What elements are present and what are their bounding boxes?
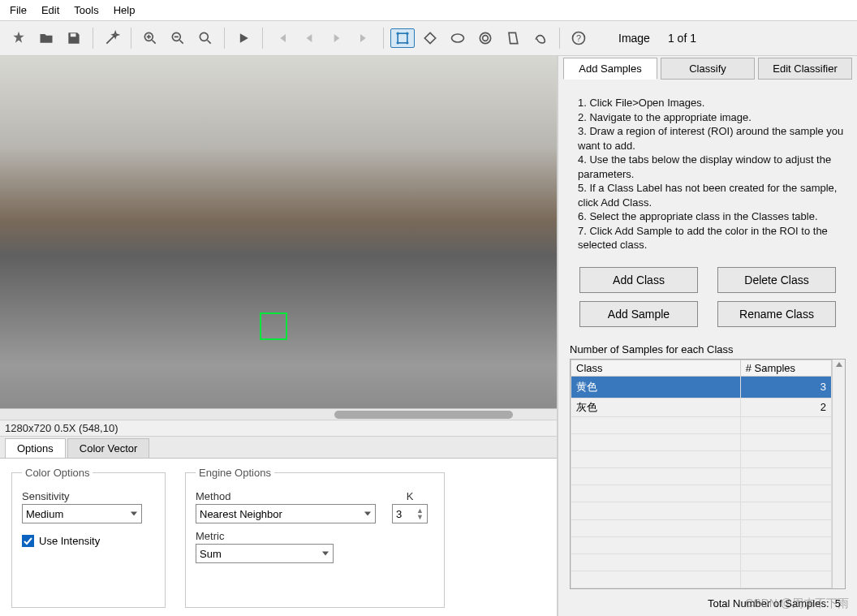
- prev-icon[interactable]: [297, 26, 321, 50]
- first-icon[interactable]: [269, 26, 294, 50]
- svg-point-9: [480, 32, 490, 43]
- roi-rotated-rect-icon[interactable]: [418, 26, 442, 50]
- menu-tools[interactable]: Tools: [67, 2, 105, 18]
- sensitivity-label: Sensitivity: [22, 490, 155, 502]
- col-samples[interactable]: # Samples: [740, 360, 831, 377]
- tab-add-samples[interactable]: Add Samples: [563, 58, 657, 80]
- roi-rectangle-icon[interactable]: [390, 28, 415, 48]
- menu-file[interactable]: File: [3, 2, 33, 18]
- image-viewer[interactable]: [0, 56, 557, 420]
- toolbar: ? Image 1 of 1: [0, 21, 857, 56]
- next-icon[interactable]: [325, 26, 349, 50]
- table-scrollbar[interactable]: [832, 360, 845, 588]
- tab-options[interactable]: Options: [5, 438, 66, 458]
- open-icon[interactable]: [34, 26, 58, 50]
- roi-annulus-icon[interactable]: [473, 26, 497, 50]
- use-intensity-label: Use Intensity: [39, 535, 100, 547]
- roi-rectangle[interactable]: [260, 312, 287, 340]
- image-content: [0, 56, 557, 420]
- delete-class-button[interactable]: Delete Class: [717, 267, 836, 293]
- tab-classify[interactable]: Classify: [661, 58, 755, 80]
- svg-rect-3: [398, 33, 407, 43]
- tab-edit-classifier[interactable]: Edit Classifier: [758, 58, 852, 80]
- col-class[interactable]: Class: [571, 360, 741, 377]
- new-icon[interactable]: [6, 26, 31, 50]
- total-samples: Total Number of Samples: 5: [563, 589, 852, 611]
- table-row[interactable]: [571, 519, 832, 536]
- svg-point-5: [406, 32, 408, 35]
- svg-point-2: [200, 32, 208, 41]
- roi-polygon-icon[interactable]: [501, 26, 525, 50]
- metric-label: Metric: [196, 530, 434, 542]
- menu-help[interactable]: Help: [107, 2, 142, 18]
- add-sample-button[interactable]: Add Sample: [579, 301, 698, 327]
- wand-icon[interactable]: [100, 26, 124, 50]
- table-row[interactable]: [571, 434, 832, 451]
- method-label: Method: [196, 490, 376, 502]
- roi-oval-icon[interactable]: [446, 26, 470, 50]
- method-select[interactable]: [196, 504, 376, 523]
- engine-options-legend: Engine Options: [196, 467, 274, 479]
- save-icon[interactable]: [62, 26, 86, 50]
- classes-table[interactable]: Class # Samples 黄色3灰色2: [571, 360, 832, 588]
- rename-class-button[interactable]: Rename Class: [717, 301, 836, 327]
- table-row[interactable]: [571, 502, 832, 519]
- table-row[interactable]: [571, 416, 832, 433]
- zoom-in-icon[interactable]: [138, 26, 162, 50]
- use-intensity-checkbox[interactable]: Use Intensity: [22, 535, 100, 547]
- color-options-group: Color Options Sensitivity Use Intensity: [11, 467, 166, 608]
- table-row[interactable]: [571, 536, 832, 554]
- svg-point-7: [406, 41, 408, 44]
- color-options-legend: Color Options: [22, 467, 93, 479]
- instructions: 1. Click File>Open Images. 2. Navigate t…: [563, 80, 852, 261]
- sensitivity-select[interactable]: [22, 504, 142, 523]
- horizontal-scrollbar[interactable]: [0, 408, 557, 420]
- table-row[interactable]: [571, 485, 832, 502]
- k-spinner[interactable]: 3▲▼: [392, 504, 428, 523]
- play-icon[interactable]: [231, 26, 256, 50]
- table-row[interactable]: [571, 554, 832, 571]
- engine-options-group: Engine Options Method K 3▲▼ Metric: [185, 467, 445, 608]
- table-row[interactable]: [571, 468, 832, 485]
- zoom-fit-icon[interactable]: [193, 26, 217, 50]
- svg-rect-13: [22, 535, 34, 547]
- checkbox-checked-icon: [22, 535, 34, 547]
- table-row[interactable]: 黄色3: [571, 377, 832, 398]
- table-row[interactable]: [571, 571, 832, 588]
- tab-color-vector[interactable]: Color Vector: [67, 438, 150, 458]
- menu-edit[interactable]: Edit: [35, 2, 66, 18]
- table-row[interactable]: [571, 451, 832, 468]
- svg-point-10: [483, 36, 489, 41]
- zoom-out-icon[interactable]: [166, 26, 190, 50]
- last-icon[interactable]: [352, 26, 377, 50]
- right-tabstrip: Add Samples Classify Edit Classifier: [563, 58, 852, 80]
- image-counter: 1 of 1: [668, 32, 696, 45]
- table-label: Number of Samples for each Class: [563, 338, 852, 359]
- table-row[interactable]: 灰色2: [571, 398, 832, 416]
- svg-point-4: [397, 32, 399, 35]
- image-label: Image: [618, 32, 650, 45]
- menubar: File Edit Tools Help: [0, 0, 857, 21]
- metric-select[interactable]: [196, 544, 334, 563]
- svg-point-6: [397, 41, 399, 44]
- roi-freehand-icon[interactable]: [528, 26, 553, 50]
- k-label: K: [392, 490, 428, 502]
- help-icon[interactable]: ?: [566, 26, 591, 50]
- options-tabstrip: Options Color Vector: [0, 437, 557, 459]
- add-class-button[interactable]: Add Class: [579, 267, 698, 293]
- viewer-status: 1280x720 0.5X (548,10): [0, 420, 557, 437]
- svg-point-8: [452, 34, 464, 42]
- svg-text:?: ?: [576, 33, 581, 43]
